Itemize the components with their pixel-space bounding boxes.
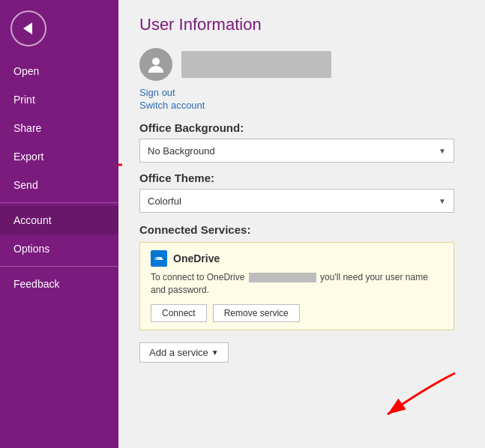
sidebar-divider [0, 202, 118, 203]
svg-point-2 [152, 58, 160, 65]
service-header: OneDrive [151, 250, 443, 267]
service-name: OneDrive [173, 252, 220, 264]
sidebar-item-print[interactable]: Print [0, 85, 118, 114]
sidebar-item-share[interactable]: Share [0, 114, 118, 142]
avatar [139, 48, 172, 81]
sign-out-link[interactable]: Sign out [139, 87, 464, 98]
service-buttons: Connect Remove service [151, 304, 443, 322]
office-theme-value: Colorful [148, 196, 181, 207]
connect-button[interactable]: Connect [151, 304, 207, 322]
avatar-svg [146, 55, 166, 74]
dropdown-arrow-icon: ▼ [439, 147, 446, 155]
sidebar-item-account[interactable]: Account [0, 206, 118, 234]
main-content: User Information Sign out Switch account… [118, 0, 485, 448]
office-background-value: No Background [148, 145, 215, 157]
sidebar-item-options[interactable]: Options [0, 234, 118, 263]
dropdown-caret-icon: ▼ [211, 348, 219, 357]
user-info-row [139, 48, 464, 81]
dropdown-arrow-icon-2: ▼ [439, 197, 446, 205]
sidebar-item-send[interactable]: Send [0, 171, 118, 199]
sidebar-item-export[interactable]: Export [0, 142, 118, 171]
sidebar-divider-2 [0, 266, 118, 267]
onedrive-service-card: OneDrive To connect to OneDrive you'll n… [139, 242, 454, 330]
switch-account-link[interactable]: Switch account [139, 100, 464, 111]
service-url-redacted [249, 273, 316, 282]
back-arrow-icon [23, 22, 32, 34]
office-theme-label: Office Theme: [139, 172, 464, 184]
onedrive-svg [153, 252, 165, 264]
remove-service-button[interactable]: Remove service [213, 304, 300, 322]
sidebar: Open Print Share Export Send Account Opt… [0, 0, 118, 448]
office-theme-dropdown[interactable]: Colorful ▼ [139, 189, 454, 213]
sidebar-item-feedback[interactable]: Feedback [0, 270, 118, 298]
annotation-arrow-2 [320, 366, 470, 426]
user-name-redacted [181, 51, 331, 78]
office-background-label: Office Background: [139, 121, 464, 134]
sidebar-item-open[interactable]: Open [0, 57, 118, 85]
office-background-dropdown[interactable]: No Background ▼ [139, 139, 454, 163]
service-description: To connect to OneDrive you'll need your … [151, 271, 443, 297]
onedrive-icon [151, 250, 167, 267]
connected-services-label: Connected Services: [139, 223, 464, 236]
annotation-arrow-1 [118, 157, 130, 202]
page-title: User Information [139, 15, 464, 34]
back-button[interactable] [10, 10, 46, 46]
add-service-button[interactable]: Add a service ▼ [139, 342, 229, 363]
